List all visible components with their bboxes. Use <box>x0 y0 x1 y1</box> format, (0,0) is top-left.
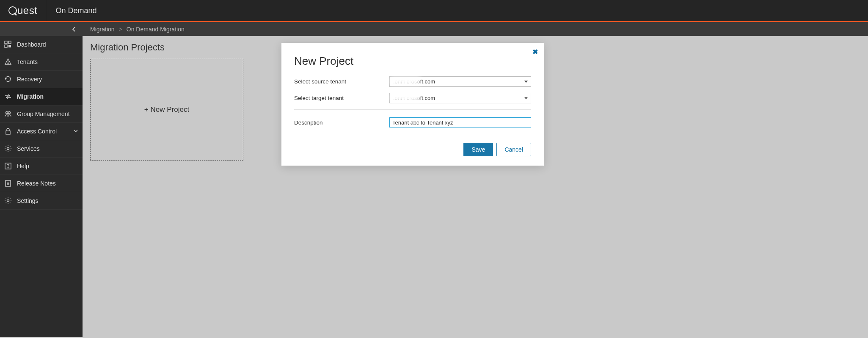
new-project-tile-label: + New Project <box>144 105 189 114</box>
lock-icon <box>4 127 12 135</box>
recovery-icon <box>4 75 12 83</box>
sidebar-label: Help <box>17 163 29 169</box>
sidebar-label: Dashboard <box>17 41 46 48</box>
breadcrumb-level1[interactable]: Migration <box>90 26 115 33</box>
sidebar-label: Migration <box>17 93 44 100</box>
sidebar: Dashboard Tenants Recovery Migration Gro <box>0 22 83 337</box>
sidebar-item-services[interactable]: Services <box>0 140 83 158</box>
migration-icon <box>4 93 12 100</box>
svg-rect-0 <box>5 41 7 44</box>
breadcrumb-separator: > <box>119 26 122 33</box>
svg-rect-2 <box>5 45 7 47</box>
sidebar-item-recovery[interactable]: Recovery <box>0 71 83 88</box>
cancel-button[interactable]: Cancel <box>496 143 531 156</box>
source-tenant-label: Select source tenant <box>294 78 389 85</box>
sidebar-collapse-button[interactable] <box>0 22 83 36</box>
svg-point-7 <box>8 112 11 114</box>
sidebar-item-dashboard[interactable]: Dashboard <box>0 36 83 53</box>
sidebar-item-tenants[interactable]: Tenants <box>0 53 83 71</box>
settings-icon <box>4 197 12 205</box>
sidebar-item-access-control[interactable]: Access Control <box>0 123 83 140</box>
sidebar-label: Access Control <box>17 128 57 135</box>
gear-icon <box>4 145 12 152</box>
redacted-mask <box>391 77 420 85</box>
group-icon <box>4 110 12 118</box>
new-project-tile[interactable]: + New Project <box>90 59 243 161</box>
help-icon <box>4 162 12 170</box>
topbar: uest On Demand <box>0 0 868 22</box>
sidebar-label: Settings <box>17 197 39 204</box>
logo-text: uest <box>17 5 37 17</box>
sidebar-label: Release Notes <box>17 180 56 187</box>
breadcrumb: Migration > On Demand Migration <box>83 22 868 36</box>
sidebar-item-release-notes[interactable]: Release Notes <box>0 175 83 192</box>
sidebar-label: Group Management <box>17 111 70 117</box>
svg-point-9 <box>7 148 9 150</box>
target-tenant-label: Select target tenant <box>294 95 389 101</box>
sidebar-label: Recovery <box>17 76 42 83</box>
svg-point-6 <box>6 112 8 114</box>
sidebar-label: Services <box>17 145 40 152</box>
new-project-modal: ✖ New Project Select source tenant Selec… <box>281 43 544 166</box>
sidebar-label: Tenants <box>17 58 38 65</box>
product-name: On Demand <box>46 6 106 15</box>
svg-rect-3 <box>8 45 11 47</box>
modal-close-button[interactable]: ✖ <box>532 48 538 56</box>
chevron-down-icon <box>73 128 78 135</box>
breadcrumb-level2[interactable]: On Demand Migration <box>127 26 185 33</box>
svg-rect-1 <box>8 41 11 44</box>
svg-rect-8 <box>6 131 10 134</box>
warning-icon <box>4 58 12 66</box>
sidebar-item-help[interactable]: Help <box>0 158 83 175</box>
close-icon: ✖ <box>532 48 538 55</box>
content-area: Migration > On Demand Migration Migratio… <box>83 22 868 337</box>
description-input[interactable] <box>389 117 531 127</box>
save-button[interactable]: Save <box>463 143 493 156</box>
dashboard-icon <box>4 41 12 48</box>
svg-point-11 <box>8 167 8 168</box>
svg-point-5 <box>8 63 8 64</box>
modal-title: New Project <box>294 55 531 68</box>
description-label: Description <box>294 119 389 126</box>
sidebar-item-group-management[interactable]: Group Management <box>0 105 83 123</box>
chevron-left-icon <box>72 27 77 32</box>
notes-icon <box>4 180 12 187</box>
redacted-mask <box>391 94 420 101</box>
sidebar-item-settings[interactable]: Settings <box>0 192 83 210</box>
logo-q-icon <box>8 6 17 15</box>
svg-point-16 <box>7 200 9 202</box>
brand-logo[interactable]: uest <box>0 0 46 21</box>
sidebar-item-migration[interactable]: Migration <box>0 88 83 105</box>
